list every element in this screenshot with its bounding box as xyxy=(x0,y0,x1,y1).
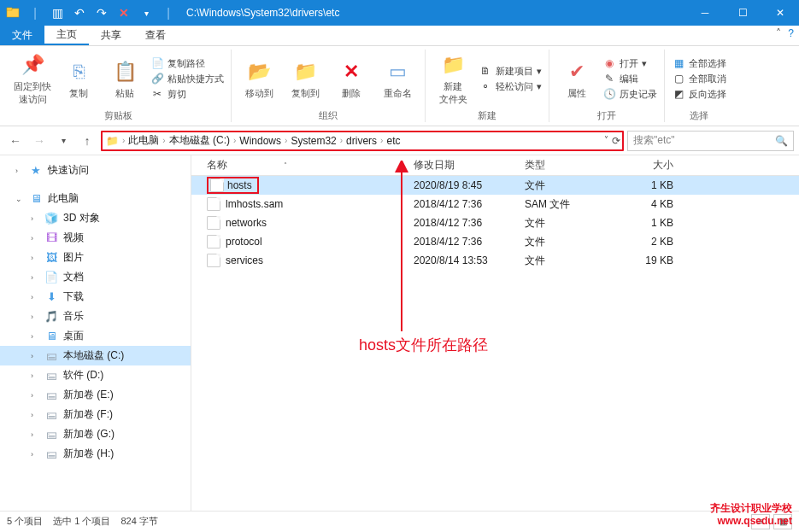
pin-icon: 📌 xyxy=(19,51,46,79)
list-item[interactable]: lmhosts.sam 2018/4/12 7:36 SAM 文件 4 KB xyxy=(191,195,799,213)
search-input[interactable]: 搜索"etc" 🔍 xyxy=(627,131,794,151)
copy-button[interactable]: ⎘ 复制 xyxy=(58,58,99,100)
breadcrumb-item[interactable]: etc xyxy=(383,135,403,147)
recent-dropdown[interactable]: ▾ xyxy=(53,131,73,151)
cut-button[interactable]: ✂剪切 xyxy=(150,87,224,101)
drive-icon: 🖴 xyxy=(44,428,58,441)
list-item[interactable]: networks 2018/4/12 7:36 文件 1 KB xyxy=(191,213,799,232)
edit-icon: ✎ xyxy=(602,72,616,85)
quick-access-item[interactable]: ›★快速访问 xyxy=(0,161,191,180)
pictures-icon: 🖼 xyxy=(44,251,58,265)
open-button[interactable]: ◉打开 ▾ xyxy=(602,56,657,70)
drive-h-item[interactable]: ›🖴新加卷 (H:) xyxy=(0,444,191,464)
svg-rect-1 xyxy=(7,8,12,10)
status-bytes: 824 字节 xyxy=(120,515,157,528)
file-list-pane[interactable]: 名称˄ 修改日期 类型 大小 hosts 2020/8/19 8:45 文件 1… xyxy=(191,155,799,511)
qat-dropdown-icon[interactable]: ▾ xyxy=(137,3,156,22)
properties-icon[interactable]: ▥ xyxy=(48,3,67,22)
breadcrumb-item[interactable]: 本地磁盘 (C:) xyxy=(166,133,233,148)
home-tab[interactable]: 主页 xyxy=(44,25,89,45)
new-folder-button[interactable]: 📁 新建 文件夹 xyxy=(432,51,473,106)
refresh-icon[interactable]: ⟳ xyxy=(612,135,620,147)
help-icon[interactable]: ? xyxy=(788,27,794,39)
navigation-pane[interactable]: ›★快速访问 ⌄🖥此电脑 ›🧊3D 对象 ›🎞视频 ›🖼图片 ›📄文档 ›⬇下载… xyxy=(0,155,191,511)
minimize-button[interactable]: ─ xyxy=(686,0,724,26)
status-count: 5 个项目 xyxy=(7,515,43,528)
share-tab[interactable]: 共享 xyxy=(89,25,133,45)
search-icon[interactable]: 🔍 xyxy=(775,135,788,147)
breadcrumb-item[interactable]: 此电脑 xyxy=(125,133,162,148)
easy-access-button[interactable]: ⚬轻松访问 ▾ xyxy=(479,79,542,93)
breadcrumb-item[interactable]: Windows xyxy=(236,135,285,147)
close-button[interactable]: ✕ xyxy=(761,0,799,26)
column-size[interactable]: 大小 xyxy=(619,158,687,172)
drive-d-item[interactable]: ›🖴软件 (D:) xyxy=(0,365,191,385)
edit-button[interactable]: ✎编辑 xyxy=(602,72,657,85)
videos-item[interactable]: ›🎞视频 xyxy=(0,228,191,248)
status-bar: 5 个项目 选中 1 个项目 824 字节 ≡ ▦ xyxy=(0,511,799,531)
music-item[interactable]: ›🎵音乐 xyxy=(0,307,191,326)
invert-selection-button[interactable]: ◩反向选择 xyxy=(672,87,726,101)
new-folder-icon: 📁 xyxy=(439,51,467,79)
nav-row: ← → ▾ ↑ 📁 › 此电脑 › 本地磁盘 (C:) › Windows › … xyxy=(0,126,799,155)
ribbon-tabs: 文件 主页 共享 查看 ˄ ? xyxy=(0,26,799,46)
ribbon: 📌 固定到快 速访问 ⎘ 复制 📋 粘贴 📄复制路径 🔗粘贴快捷方式 ✂剪切 剪… xyxy=(0,46,799,126)
history-button[interactable]: 🕓历史记录 xyxy=(602,87,657,101)
video-icon: 🎞 xyxy=(44,231,58,245)
view-tab[interactable]: 查看 xyxy=(133,25,178,45)
easy-access-icon: ⚬ xyxy=(479,79,492,93)
column-type[interactable]: 类型 xyxy=(525,158,619,172)
documents-item[interactable]: ›📄文档 xyxy=(0,267,191,287)
delete-button[interactable]: ✕ 删除 xyxy=(331,58,372,100)
select-all-button[interactable]: ▦全部选择 xyxy=(672,56,726,70)
new-item-button[interactable]: 🗎新建项目 ▾ xyxy=(479,64,542,78)
rename-icon: ▭ xyxy=(384,58,411,85)
paste-button[interactable]: 📋 粘贴 xyxy=(104,58,145,100)
ribbon-collapse-icon[interactable]: ˄ xyxy=(776,27,781,39)
file-icon xyxy=(207,216,220,230)
undo-icon[interactable]: ↶ xyxy=(70,3,89,22)
file-icon xyxy=(207,235,220,248)
3d-objects-item[interactable]: ›🧊3D 对象 xyxy=(0,208,191,228)
delete-icon[interactable]: ✕ xyxy=(115,3,133,22)
drive-g-item[interactable]: ›🖴新加卷 (G:) xyxy=(0,424,191,444)
breadcrumb-item[interactable]: System32 xyxy=(287,135,339,147)
properties-button[interactable]: ✔ 属性 xyxy=(556,58,597,100)
file-tab[interactable]: 文件 xyxy=(0,25,44,45)
copy-path-button[interactable]: 📄复制路径 xyxy=(150,56,224,70)
redo-icon[interactable]: ↷ xyxy=(92,3,111,22)
pin-to-quick-access-button[interactable]: 📌 固定到快 速访问 xyxy=(12,51,53,106)
move-to-button[interactable]: 📂 移动到 xyxy=(238,58,279,100)
copy-to-button[interactable]: 📁 复制到 xyxy=(285,58,326,100)
desktop-icon: 🖥 xyxy=(44,330,58,343)
drive-icon: 🖴 xyxy=(44,408,58,422)
list-item[interactable]: protocol 2018/4/12 7:36 文件 2 KB xyxy=(191,232,799,251)
desktop-item[interactable]: ›🖥桌面 xyxy=(0,326,191,346)
maximize-button[interactable]: ☐ xyxy=(724,0,761,26)
select-none-button[interactable]: ▢全部取消 xyxy=(672,72,726,85)
drive-icon: 🖴 xyxy=(44,349,58,363)
drive-e-item[interactable]: ›🖴新加卷 (E:) xyxy=(0,385,191,405)
pictures-item[interactable]: ›🖼图片 xyxy=(0,248,191,267)
list-item[interactable]: services 2020/8/14 13:53 文件 19 KB xyxy=(191,251,799,270)
back-button[interactable]: ← xyxy=(5,131,26,151)
address-dropdown-icon[interactable]: ˅ xyxy=(604,135,608,147)
breadcrumb-item[interactable]: drivers xyxy=(343,135,380,147)
this-pc-item[interactable]: ⌄🖥此电脑 xyxy=(0,189,191,208)
local-disk-c-item[interactable]: ›🖴本地磁盘 (C:) xyxy=(0,346,191,365)
select-group-label: 选择 xyxy=(690,108,708,122)
search-placeholder: 搜索"etc" xyxy=(633,133,675,148)
drive-f-item[interactable]: ›🖴新加卷 (F:) xyxy=(0,405,191,424)
qat-separator: | xyxy=(159,3,178,22)
address-bar[interactable]: 📁 › 此电脑 › 本地磁盘 (C:) › Windows › System32… xyxy=(101,131,624,151)
paste-shortcut-button[interactable]: 🔗粘贴快捷方式 xyxy=(150,72,224,85)
paste-icon: 📋 xyxy=(111,58,138,85)
downloads-item[interactable]: ›⬇下载 xyxy=(0,287,191,307)
up-button[interactable]: ↑ xyxy=(77,131,97,151)
qat-separator: | xyxy=(26,3,44,22)
column-date[interactable]: 修改日期 xyxy=(414,158,525,172)
column-name[interactable]: 名称˄ xyxy=(191,158,414,172)
forward-button[interactable]: → xyxy=(29,131,50,151)
list-item[interactable]: hosts 2020/8/19 8:45 文件 1 KB xyxy=(191,176,799,195)
rename-button[interactable]: ▭ 重命名 xyxy=(377,58,418,100)
